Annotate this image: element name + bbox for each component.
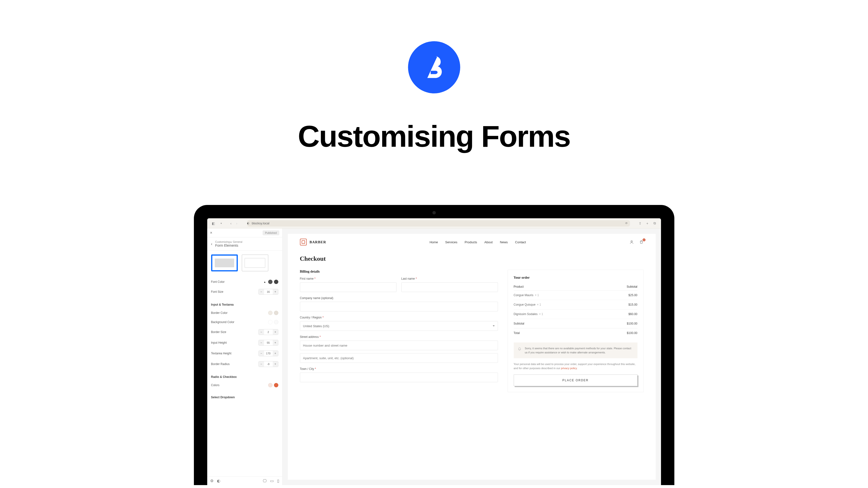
customizer-app: × Published ‹ Customizing ▸ General Form…	[207, 228, 661, 485]
font-size-stepper[interactable]: − +	[258, 289, 278, 295]
street-input-1[interactable]	[300, 340, 498, 350]
subtotal-value: $100.00	[627, 322, 637, 325]
input-height-input[interactable]	[264, 340, 273, 346]
tabs-icon[interactable]: ⧉	[652, 221, 657, 226]
preview-page: BARBER Home Services Products About News…	[288, 234, 656, 480]
address-text: blocksy.local	[252, 222, 270, 225]
stepper-plus[interactable]: +	[273, 329, 278, 335]
color-swatch[interactable]	[274, 311, 278, 315]
layout-options	[211, 254, 278, 271]
brand-mark-icon	[300, 239, 307, 246]
textarea-height-stepper[interactable]: −+	[258, 351, 278, 356]
tablet-icon[interactable]: ▭	[270, 479, 274, 483]
stepper-minus[interactable]: −	[259, 351, 264, 356]
sidebar-header[interactable]: ‹ Customizing ▸ General Form Elements	[207, 237, 282, 251]
color-swatch[interactable]	[268, 320, 273, 324]
color-swatch[interactable]	[274, 383, 278, 387]
order-row: Congue Mauris× 1 $25.00	[514, 291, 638, 300]
site-brand[interactable]: BARBER	[300, 239, 327, 246]
font-size-input[interactable]	[264, 289, 273, 294]
street-input-2[interactable]	[300, 353, 498, 363]
privacy-text: Your personal data will be used to proce…	[514, 362, 638, 370]
stepper-plus[interactable]: +	[273, 361, 278, 367]
group-radio-title: Radio & Checkbox	[211, 375, 278, 379]
input-height-stepper[interactable]: −+	[258, 340, 278, 346]
brand-name: BARBER	[310, 240, 327, 244]
textarea-height-input[interactable]	[264, 351, 273, 356]
place-order-button[interactable]: PLACE ORDER	[514, 375, 638, 386]
town-label: Town / City *	[300, 367, 498, 370]
nav-forward-icon[interactable]: ›	[235, 221, 239, 226]
nav-link[interactable]: Contact	[515, 240, 526, 244]
town-input[interactable]	[300, 372, 498, 382]
breadcrumb: Customizing ▸ General	[215, 240, 242, 243]
main-nav: Home Services Products About News Contac…	[430, 240, 526, 244]
stepper-plus[interactable]: +	[273, 351, 278, 356]
stepper-minus[interactable]: −	[259, 361, 264, 367]
mobile-icon[interactable]: ▯	[277, 479, 279, 483]
total-label: Total	[514, 331, 520, 335]
stepper-minus[interactable]: −	[259, 289, 264, 294]
publish-button[interactable]: Published	[262, 230, 279, 235]
svg-point-0	[631, 240, 632, 242]
share-icon[interactable]: ⇧	[638, 221, 643, 226]
stepper-plus[interactable]: +	[273, 289, 278, 294]
company-label: Company name (optional)	[300, 296, 498, 300]
cart-icon[interactable]: 3	[639, 240, 644, 244]
color-swatch[interactable]	[268, 383, 273, 387]
color-swatch[interactable]	[268, 311, 273, 315]
stepper-plus[interactable]: +	[273, 340, 278, 346]
nav-link[interactable]: News	[500, 240, 508, 244]
nav-link[interactable]: Products	[465, 240, 477, 244]
laptop-camera	[432, 211, 436, 215]
last-name-label: Last name *	[401, 277, 498, 281]
account-icon[interactable]	[629, 240, 634, 244]
stepper-minus[interactable]: −	[259, 329, 264, 335]
address-bar[interactable]: ◐ blocksy.local ⟳	[247, 220, 630, 227]
gear-icon[interactable]: ⚙	[210, 479, 214, 483]
section-title: Form Elements	[215, 243, 242, 248]
payment-notice: Sorry, it seems that there are no availa…	[514, 343, 638, 358]
dropdown-icon[interactable]: ▾	[219, 221, 224, 226]
border-size-input[interactable]	[264, 329, 273, 335]
order-row: Congue Quisque× 1 $15.00	[514, 300, 638, 310]
border-size-stepper[interactable]: −+	[258, 329, 278, 335]
company-input[interactable]	[300, 302, 498, 312]
moon-icon[interactable]: ◐	[217, 479, 220, 483]
new-tab-icon[interactable]: +	[645, 221, 650, 226]
reload-icon[interactable]: ⟳	[625, 222, 627, 225]
back-icon[interactable]: ‹	[211, 242, 212, 246]
font-color-label: Font Color	[211, 280, 263, 284]
desktop-icon[interactable]: 🖵	[263, 479, 267, 483]
stepper-minus[interactable]: −	[259, 340, 264, 346]
last-name-input[interactable]	[401, 282, 498, 292]
col-subtotal: Subtotal	[626, 285, 637, 288]
privacy-link[interactable]: privacy policy	[561, 367, 577, 370]
group-dropdown-title: Select Dropdown	[211, 396, 278, 399]
sidebar-toggle-icon[interactable]: ◧	[211, 221, 216, 226]
first-name-label: First name *	[300, 277, 397, 281]
close-icon[interactable]: ×	[210, 231, 212, 235]
notice-text: Sorry, it seems that there are no availa…	[525, 346, 633, 354]
color-swatch[interactable]	[274, 320, 278, 324]
country-select[interactable]: United States (US)	[300, 321, 498, 331]
brand-logo	[408, 41, 460, 93]
cursor-icon[interactable]: ▴	[263, 280, 267, 284]
border-size-label: Border Size	[211, 330, 258, 334]
nav-link[interactable]: About	[484, 240, 493, 244]
nav-link[interactable]: Home	[430, 240, 438, 244]
color-swatch[interactable]	[274, 280, 278, 284]
border-radius-input[interactable]	[264, 361, 273, 367]
nav-link[interactable]: Services	[445, 240, 457, 244]
group-input-title: Input & Textarea	[211, 303, 278, 306]
border-color-label: Border Color	[211, 311, 268, 315]
color-swatch[interactable]	[268, 280, 273, 284]
layout-option-1[interactable]	[211, 254, 238, 271]
border-radius-stepper[interactable]: −+	[258, 361, 278, 367]
screen: ◧ ▾ ‹ › ◐ blocksy.local ⟳ ⇧ + ⧉ ×	[207, 218, 661, 485]
layout-option-2[interactable]	[242, 254, 268, 271]
subtotal-label: Subtotal	[514, 322, 524, 325]
nav-back-icon[interactable]: ‹	[228, 221, 234, 226]
first-name-input[interactable]	[300, 282, 397, 292]
hero-title: Customising Forms	[298, 119, 570, 154]
